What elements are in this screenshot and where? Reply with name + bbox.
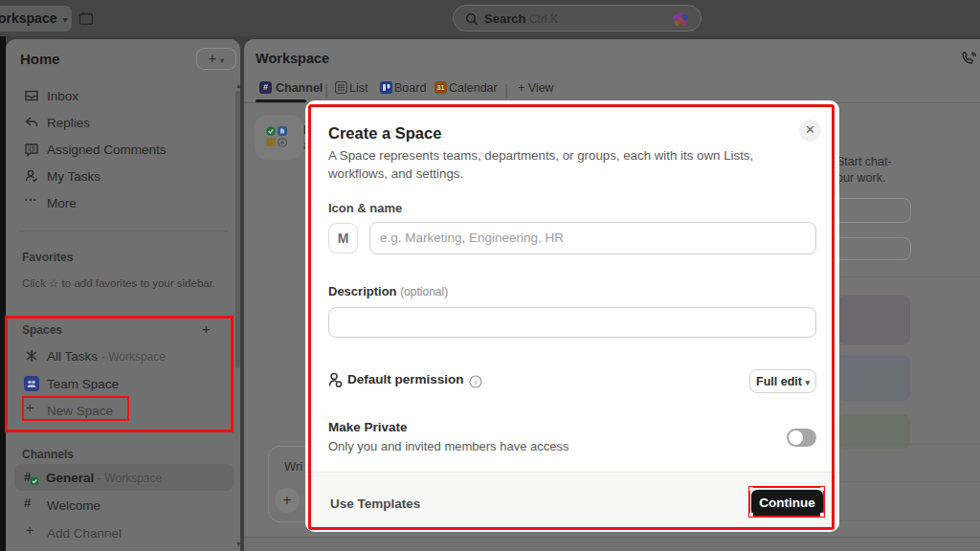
svg-text:#: # bbox=[24, 470, 32, 484]
svg-text:@: @ bbox=[28, 143, 36, 153]
